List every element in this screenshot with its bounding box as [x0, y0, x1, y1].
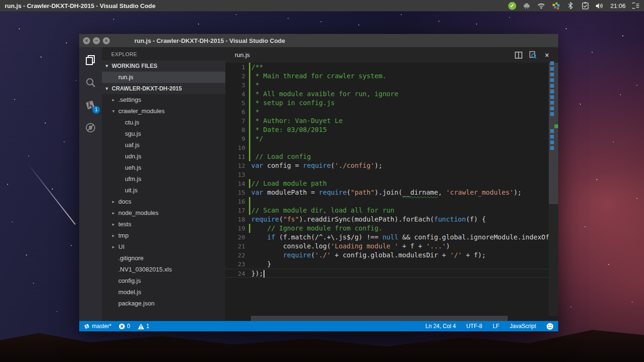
code-line-1[interactable]: 1/** — [225, 63, 558, 72]
cursor-position-item[interactable]: Ln 24, Col 4 — [425, 323, 456, 329]
code-token: config = — [263, 162, 303, 169]
code-line-3[interactable]: 3 * — [225, 81, 558, 90]
tree-item-tmp[interactable]: ▸tmp — [102, 230, 225, 241]
tree-item-label: run.js — [118, 72, 133, 83]
tree-item-sgu-js[interactable]: sgu.js — [102, 128, 225, 140]
git-branch-item[interactable]: master* — [84, 323, 111, 329]
code-line-23[interactable]: 23 } — [225, 260, 558, 269]
tree-item-ufm-js[interactable]: ufm.js — [102, 173, 225, 185]
code-text: // Load config — [251, 152, 311, 161]
code-line-17[interactable]: 17// Scan module dir, load all for run — [225, 206, 558, 215]
warning-icon — [138, 323, 144, 329]
tree-item-run-js[interactable]: run.js — [102, 72, 225, 83]
vertical-scrollbar[interactable] — [549, 63, 558, 316]
split-editor-icon[interactable] — [515, 51, 522, 59]
session-menu-icon[interactable] — [632, 1, 640, 10]
overview-ruler-mark — [550, 84, 554, 88]
sidebar-section-crawler-dkxt-dh-2015[interactable]: ▾CRAWLER-DKXT-DH-2015 — [102, 83, 225, 94]
tree-item-label: model.js — [118, 287, 141, 298]
errors-item[interactable]: 0 — [119, 323, 130, 329]
clipboard-check-icon[interactable] — [581, 1, 589, 10]
code-token: require — [283, 251, 311, 259]
code-token: '/' — [450, 251, 462, 259]
close-editor-icon[interactable]: × — [543, 51, 551, 59]
code-line-20[interactable]: 20 if (f.match(/^.+\.js$/g) !== null && … — [225, 233, 558, 242]
code-token: // Scan module dir, load all for run — [251, 206, 394, 214]
explorer-icon[interactable] — [84, 54, 97, 66]
code-line-19[interactable]: 19 // Ignore module from config. — [225, 224, 558, 233]
code-line-12[interactable]: 12var config = require('./config'); — [225, 161, 558, 170]
horizontal-scrollbar-thumb[interactable] — [251, 316, 508, 321]
sidebar-section-working-files[interactable]: ▾WORKING FILES — [102, 60, 225, 72]
twistie-icon: ▸ — [112, 196, 118, 207]
code-line-2[interactable]: 2 * Main thread for crawler system. — [225, 72, 558, 81]
tree-item-model-js[interactable]: model.js — [102, 287, 225, 298]
window-minimize-button[interactable]: − — [93, 37, 100, 44]
volume-icon[interactable] — [595, 1, 604, 10]
tree-item-gitignore[interactable]: .gitignore — [102, 253, 225, 264]
code-line-5[interactable]: 5 * setup in config.js — [225, 99, 558, 107]
code-line-10[interactable]: 10 — [225, 143, 558, 152]
code-line-4[interactable]: 4 * All module avaible for run, ignore — [225, 90, 558, 99]
code-text: // Ignore module from config. — [251, 224, 382, 233]
eol-item[interactable]: LF — [493, 323, 499, 329]
code-line-22[interactable]: 22 require('./' + config.global.modulesD… — [225, 251, 558, 260]
tree-item-settings[interactable]: ▸.settings — [102, 94, 225, 106]
gutter-git-indicator — [245, 116, 251, 125]
code-token — [251, 251, 283, 259]
tree-item-node-modules[interactable]: ▸node_modules — [102, 207, 225, 219]
code-token: ).readdirSync(modulePath).forEach( — [299, 215, 434, 223]
twistie-icon: ▸ — [112, 94, 118, 106]
tree-item-config-js[interactable]: config.js — [102, 275, 225, 287]
code-line-24[interactable]: 24}); — [225, 269, 558, 278]
code-line-7[interactable]: 7 * Author: Van-Duyet Le — [225, 116, 558, 125]
code-area[interactable]: 1/**2 * Main thread for crawler system.3… — [225, 63, 558, 316]
tree-item-udn-js[interactable]: udn.js — [102, 151, 225, 162]
code-line-9[interactable]: 9 */ — [225, 134, 558, 143]
twistie-icon: ▸ — [112, 230, 118, 241]
open-preview-icon[interactable] — [529, 51, 537, 59]
window-maximize-button[interactable]: + — [103, 37, 110, 44]
tree-item-nv1-03082015-xls[interactable]: .NV1_03082015.xls — [102, 264, 225, 275]
tree-item-package-json[interactable]: package.json — [102, 298, 225, 309]
feedback-smiley-icon[interactable] — [546, 323, 553, 330]
meteor-streak — [27, 163, 75, 224]
wifi-icon[interactable] — [537, 1, 545, 10]
tree-item-crawler-modules[interactable]: ▾crawler_modules — [102, 106, 225, 117]
code-token: * Author: Van-Duyet Le — [251, 117, 343, 124]
horizontal-scrollbar[interactable] — [225, 316, 558, 321]
code-line-11[interactable]: 11 // Load config — [225, 152, 558, 161]
warnings-item[interactable]: 1 — [138, 323, 149, 329]
tree-item-docs[interactable]: ▸docs — [102, 196, 225, 207]
git-icon[interactable]: 1 — [84, 99, 97, 111]
language-mode-item[interactable]: JavaScript — [510, 323, 536, 329]
tree-item-tests[interactable]: ▸tests — [102, 219, 225, 230]
tree-item-uaf-js[interactable]: uaf.js — [102, 140, 225, 151]
tree-item-ui[interactable]: ▸UI — [102, 241, 225, 253]
code-line-16[interactable]: 16 — [225, 197, 558, 206]
tree-item-ctu-js[interactable]: ctu.js — [102, 117, 225, 128]
window-close-button[interactable]: × — [83, 37, 90, 44]
debug-icon[interactable] — [84, 122, 97, 134]
cloud-sync-icon[interactable] — [522, 1, 531, 10]
tab-run-js[interactable]: run.js — [225, 51, 250, 58]
code-line-15[interactable]: 15var modulePath = require("path").join(… — [225, 188, 558, 197]
code-line-21[interactable]: 21 console.log('Loading module ' + f + '… — [225, 242, 558, 251]
code-token: /** — [251, 63, 263, 71]
code-line-8[interactable]: 8 * Date: 03/08/2015 — [225, 125, 558, 134]
code-line-13[interactable]: 13 — [225, 170, 558, 179]
tree-item-ueh-js[interactable]: ueh.js — [102, 162, 225, 173]
clock[interactable]: 21:06 — [610, 2, 626, 9]
code-line-18[interactable]: 18require("fs").readdirSync(modulePath).… — [225, 215, 558, 224]
code-line-14[interactable]: 14// Load module path — [225, 179, 558, 188]
code-line-6[interactable]: 6 * — [225, 107, 558, 116]
color-dots-network-icon[interactable] — [552, 1, 560, 10]
error-icon — [119, 323, 125, 329]
tree-item-uit-js[interactable]: uit.js — [102, 185, 225, 196]
check-status-tray-icon[interactable]: ✓ — [508, 1, 516, 10]
search-icon[interactable] — [84, 76, 97, 89]
gutter-git-indicator — [245, 134, 251, 143]
tree-item-label: .gitignore — [118, 253, 143, 264]
encoding-item[interactable]: UTF-8 — [466, 323, 482, 329]
bluetooth-icon[interactable] — [566, 1, 575, 10]
